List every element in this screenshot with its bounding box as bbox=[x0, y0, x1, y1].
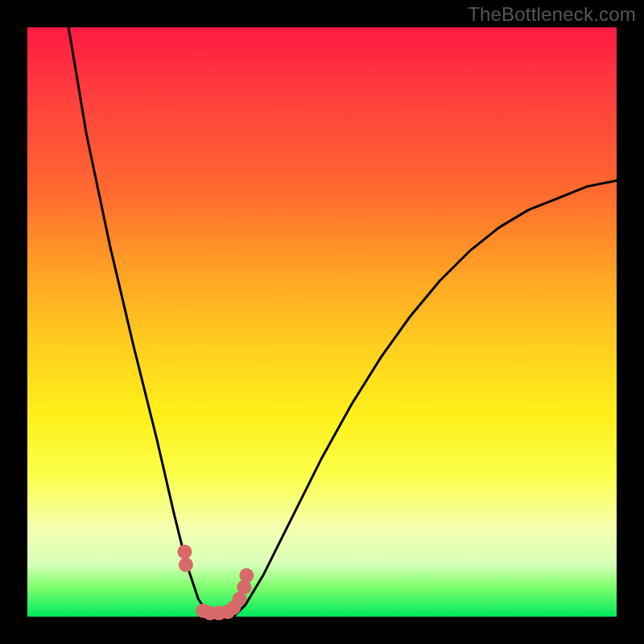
watermark-text: TheBottleneck.com bbox=[468, 3, 636, 26]
chart-frame: TheBottleneck.com bbox=[0, 0, 644, 644]
plot-area bbox=[27, 27, 617, 617]
bottleneck-curve bbox=[68, 27, 617, 617]
highlight-dot bbox=[179, 558, 193, 572]
highlight-dot bbox=[239, 568, 254, 583]
highlight-dot bbox=[177, 545, 192, 559]
curve-layer bbox=[27, 27, 617, 617]
